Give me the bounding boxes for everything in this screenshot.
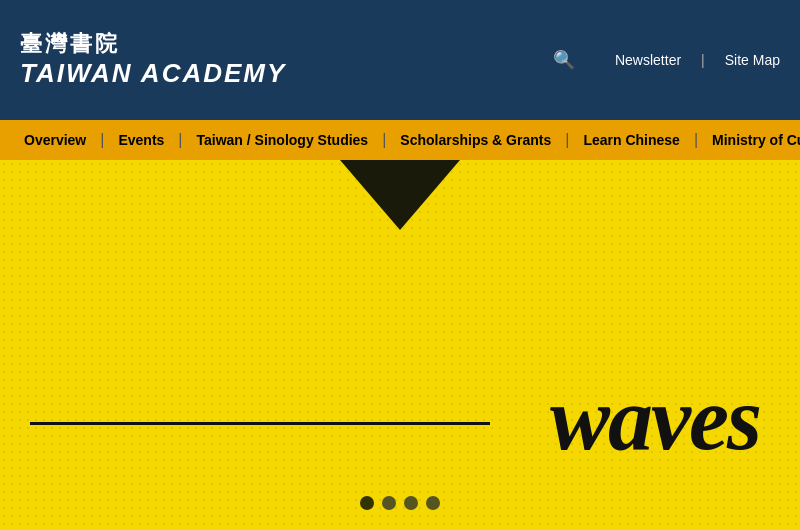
newsletter-link[interactable]: Newsletter	[615, 52, 681, 68]
hero-triangle-decoration	[340, 160, 460, 230]
slideshow-dot-4[interactable]	[426, 496, 440, 510]
search-icon[interactable]: 🔍	[553, 49, 575, 71]
nav-item-overview[interactable]: Overview	[10, 132, 100, 148]
sitemap-link[interactable]: Site Map	[725, 52, 780, 68]
slideshow-dot-2[interactable]	[382, 496, 396, 510]
nav-item-events[interactable]: Events	[104, 132, 178, 148]
navbar: Overview | Events | Taiwan / Sinology St…	[0, 120, 800, 160]
hero-waves-text: waves	[550, 367, 760, 470]
hero-banner: waves	[0, 160, 800, 530]
logo-area: 臺灣書院 TAIWAN ACADEMY	[20, 31, 286, 88]
nav-item-culture[interactable]: Ministry of Culture	[698, 132, 800, 148]
header: 臺灣書院 TAIWAN ACADEMY 🔍 Newsletter | Site …	[0, 0, 800, 120]
header-nav-divider: |	[701, 52, 705, 68]
logo-chinese[interactable]: 臺灣書院	[20, 31, 120, 57]
slideshow-dot-3[interactable]	[404, 496, 418, 510]
hero-line-decoration	[30, 422, 490, 425]
logo-english[interactable]: TAIWAN ACADEMY	[20, 58, 286, 89]
nav-item-chinese[interactable]: Learn Chinese	[569, 132, 693, 148]
slideshow-dot-1[interactable]	[360, 496, 374, 510]
nav-item-sinology[interactable]: Taiwan / Sinology Studies	[183, 132, 383, 148]
header-right: 🔍 Newsletter | Site Map	[553, 49, 780, 71]
slideshow-dots	[360, 496, 440, 510]
nav-item-scholarships[interactable]: Scholarships & Grants	[386, 132, 565, 148]
